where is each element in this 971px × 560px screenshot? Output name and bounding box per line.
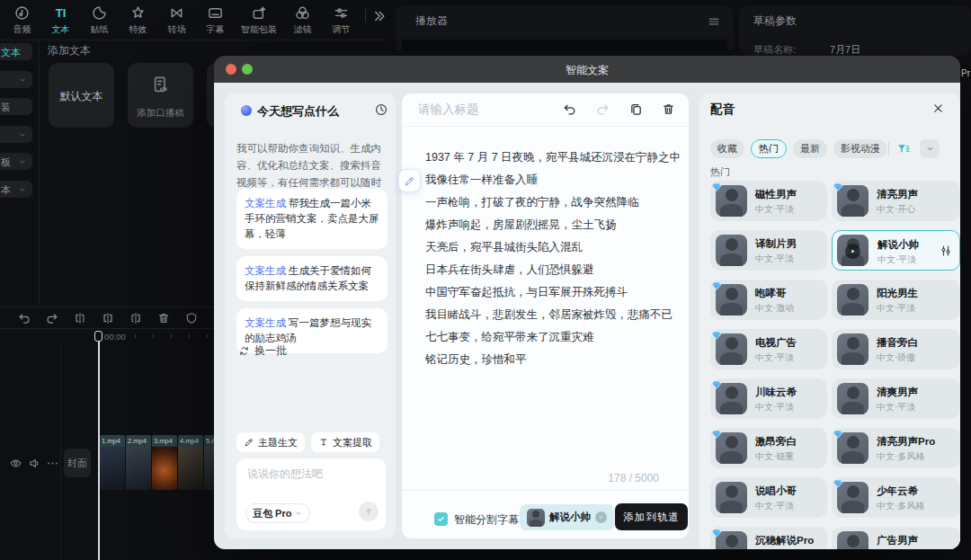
title-input[interactable]: 请输入标题	[418, 102, 479, 118]
suggestion-card[interactable]: 文案生成帮我生成一篇小米手环的营销文案，卖点是大屏幕，轻薄	[236, 189, 388, 249]
send-button[interactable]	[359, 502, 379, 521]
sidebar-item[interactable]: 装	[0, 98, 32, 115]
voice-card-清亮男声[interactable]: 清亮男声中文·开心	[832, 181, 960, 221]
filter-expand-button[interactable]	[920, 139, 940, 158]
playhead-handle[interactable]	[94, 331, 102, 342]
split-split-icon[interactable]	[129, 311, 143, 325]
timeline-clip[interactable]: 2.mp4	[126, 435, 151, 490]
toolbar-item-智能包装[interactable]: 智能包装	[235, 4, 283, 36]
add-to-track-button[interactable]: 添加到轨道	[615, 503, 688, 530]
split-split-icon[interactable]	[73, 311, 87, 325]
toolbar-item-字幕[interactable]: 字幕	[196, 4, 235, 36]
voice-desc: 中文·平淡	[755, 203, 794, 216]
redo-icon[interactable]	[595, 102, 610, 117]
timeline-clip[interactable]: 1.mp4	[100, 435, 125, 490]
voice-settings-icon[interactable]	[939, 244, 953, 258]
voice-card-播音旁白[interactable]: 播音旁白中文·骄傲	[832, 329, 960, 369]
voice-card-译制片男[interactable]: 译制片男中文·平淡	[710, 230, 827, 271]
voice-card-少年云希[interactable]: 少年云希中文·多风格	[832, 477, 960, 518]
clip-thumbnail	[126, 447, 151, 490]
timeline-clip[interactable]: 3.mp4	[152, 435, 177, 490]
voice-card-阳光男生[interactable]: 阳光男生中文·平淡	[832, 280, 960, 320]
filter-funnel-icon[interactable]	[895, 141, 911, 156]
script-line: 我像往常一样准备入睡	[425, 169, 684, 191]
refresh-suggestions-button[interactable]: 换一批	[238, 343, 287, 359]
track-visibility-icon[interactable]	[9, 457, 22, 470]
track-mute-icon[interactable]	[28, 457, 41, 470]
voice-chip-name: 解说小帅	[549, 511, 591, 524]
split-split-icon[interactable]	[101, 311, 115, 325]
voice-card-说唱小哥[interactable]: 说唱小哥中文·平淡	[710, 477, 827, 518]
voice-filter-收藏[interactable]: 收藏	[710, 139, 744, 158]
refresh-icon	[238, 345, 250, 357]
voice-card-咆哮哥[interactable]: 咆哮哥中文·激动	[710, 280, 827, 320]
prompt-input[interactable]: 说说你的想法吧 豆包 Pro	[236, 458, 386, 530]
sidebar-item[interactable]: 本	[0, 181, 32, 198]
suggestion-card[interactable]: 文案生成生成关于爱情如何保持新鲜感的情感关系文案	[236, 256, 388, 301]
toolbar-item-特效[interactable]: 特效	[119, 4, 157, 36]
sidebar-item[interactable]	[0, 71, 32, 88]
redo-icon[interactable]	[45, 311, 59, 325]
voice-filter-最新[interactable]: 最新	[793, 139, 827, 158]
voice-filter-热门[interactable]: 热门	[751, 139, 787, 158]
voice-card-广告男声[interactable]: 广告男声	[832, 527, 960, 549]
vip-diamond-icon	[833, 478, 843, 489]
sidebar-item[interactable]: 板	[0, 153, 32, 170]
close-panel-icon[interactable]	[931, 102, 945, 115]
captions-icon	[207, 4, 224, 22]
sidebar-item[interactable]	[0, 126, 32, 143]
audio-icon	[13, 4, 31, 22]
mask-icon[interactable]	[184, 311, 199, 325]
delete-icon[interactable]	[661, 102, 676, 117]
timeline-clip[interactable]: 4.mp4	[178, 435, 203, 490]
ruler-tick	[171, 334, 172, 338]
trash-icon[interactable]	[156, 311, 171, 325]
expand-toolbar-icon[interactable]	[370, 8, 387, 24]
voice-filter-tabs: 收藏热门最新影视动漫	[710, 139, 887, 158]
tool-pill-主题生文[interactable]: 主题生文	[236, 432, 305, 452]
cover-button[interactable]: 封面	[64, 449, 91, 477]
voice-card-电视广告[interactable]: 电视广告中文·平淡	[710, 329, 827, 369]
voice-card-激昂旁白[interactable]: 激昂旁白中文·稳重	[710, 428, 827, 468]
voice-avatar	[716, 235, 747, 266]
vip-diamond-icon	[711, 330, 722, 341]
remove-voice-button[interactable]	[595, 511, 607, 523]
sidebar-item[interactable]: 文本	[0, 43, 32, 60]
tool-pill-文案提取[interactable]: 文案提取	[311, 432, 379, 452]
history-icon[interactable]	[374, 102, 388, 117]
voice-card-川味云希[interactable]: 川味云希中文·平淡	[710, 378, 827, 419]
smart-split-checkbox[interactable]	[434, 512, 448, 526]
copy-icon[interactable]	[628, 102, 644, 117]
script-text-area[interactable]: 1937 年 7 月 7 日夜晚，宛平县城还沉浸在宁静之中我像往常一样准备入睡一…	[425, 147, 684, 371]
player-menu-icon[interactable]	[707, 14, 721, 29]
model-selector[interactable]: 豆包 Pro	[245, 503, 310, 523]
voice-card-清亮男声Pro[interactable]: 清亮男声Pro中文·多风格	[832, 428, 960, 468]
undo-icon[interactable]	[562, 102, 577, 117]
toolbar-item-滤镜[interactable]: 滤镜	[283, 4, 322, 36]
selected-voice-chip[interactable]: 解说小帅	[520, 504, 614, 530]
ruler-tick	[153, 334, 154, 338]
track-more-icon[interactable]	[46, 457, 59, 470]
voice-card-磁性男声[interactable]: 磁性男声中文·平淡	[710, 181, 827, 221]
add-voiceover-script-card[interactable]: 添加口播稿	[128, 63, 193, 128]
undo-icon[interactable]	[17, 311, 31, 325]
toolbar-item-音频[interactable]: 音频	[3, 4, 41, 36]
toolbar-item-调节[interactable]: 调节	[322, 4, 361, 36]
voice-card-沉稳解说Pro[interactable]: 沉稳解说Pro	[710, 527, 827, 549]
voice-filter-影视动漫[interactable]: 影视动漫	[833, 139, 887, 158]
ai-edit-bubble[interactable]	[398, 169, 421, 192]
ai-assistant-icon	[241, 105, 252, 116]
voiceover-panel: 配音 收藏热门最新影视动漫 热门 磁性男声中文·平淡清亮男声中文·开心译制片男中…	[699, 93, 960, 549]
voice-card-解说小帅[interactable]: 解说小帅中文·平淡	[832, 230, 960, 271]
play-voice-button[interactable]	[845, 244, 860, 259]
default-text-card[interactable]: 默认文本	[49, 63, 114, 128]
script-line: 1937 年 7 月 7 日夜晚，宛平县城还沉浸在宁静之中	[425, 147, 684, 169]
toolbar-item-文本[interactable]: TI文本	[41, 4, 80, 36]
voice-desc: 中文·骄傲	[877, 351, 915, 364]
assistant-title: 今天想写点什么	[257, 103, 339, 120]
chevdown-icon	[18, 185, 27, 194]
toolbar-item-转场[interactable]: 转场	[157, 4, 196, 36]
voice-card-清爽男声[interactable]: 清爽男声中文·平淡	[832, 378, 960, 419]
toolbar-item-贴纸[interactable]: 贴纸	[80, 4, 119, 36]
voice-name: 清亮男声	[877, 188, 918, 201]
